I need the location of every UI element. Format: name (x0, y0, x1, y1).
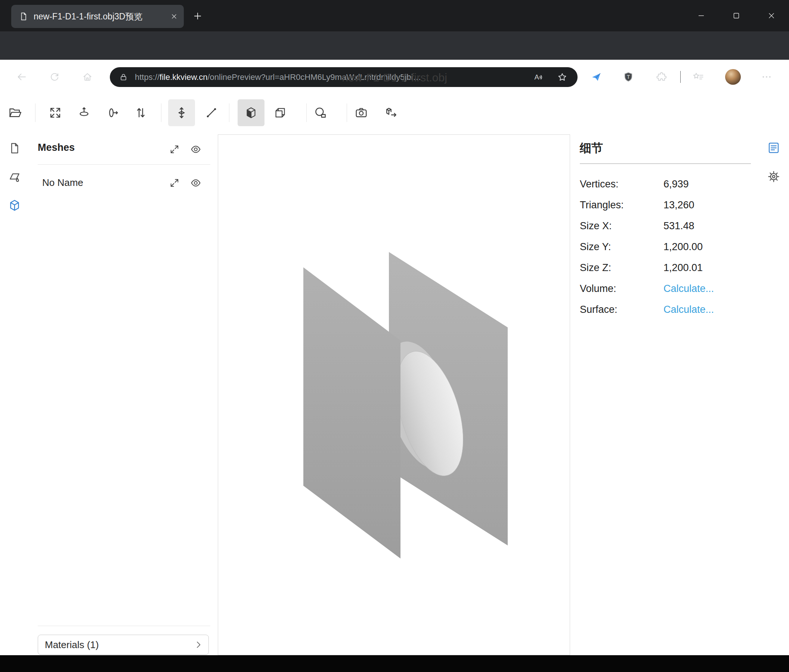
cube-half-shaded-icon (244, 106, 258, 120)
browser-tab-bar: new-F1-D1-1-first.obj3D预览 (0, 0, 789, 31)
box-wireframe-icon (273, 106, 287, 120)
toolbar-separator (229, 104, 229, 122)
detail-label: Surface: (580, 304, 663, 315)
window-minimize-button[interactable] (684, 0, 719, 31)
window-close-button[interactable] (754, 0, 789, 31)
export-model-button[interactable] (378, 99, 404, 126)
detail-label: Size Z: (580, 262, 663, 274)
toggle-mesh-visibility-button[interactable] (187, 175, 204, 191)
rotate-y-button[interactable] (70, 99, 97, 126)
detail-value: 6,939 (663, 178, 689, 190)
plus-icon (192, 11, 203, 21)
toolbar-separator (306, 104, 307, 122)
sidebar-tab-materials[interactable] (5, 167, 25, 187)
window-maximize-button[interactable] (719, 0, 754, 31)
eye-icon (190, 143, 202, 155)
detail-row-vertices: Vertices:6,939 (580, 174, 774, 194)
materials-button[interactable]: Materials (1) (38, 635, 209, 655)
calculate-volume-link[interactable]: Calculate... (663, 283, 714, 295)
mesh-list-item[interactable]: No Name (42, 177, 83, 188)
eye-icon (190, 177, 202, 189)
detail-row-volume: Volume:Calculate... (580, 278, 774, 299)
panel-divider (38, 626, 210, 626)
details-panel-header: 细节 (580, 140, 603, 156)
model-render (218, 135, 570, 655)
toggle-all-visibility-button[interactable] (187, 141, 204, 158)
detail-row-size-y: Size Y:1,200.00 (580, 236, 774, 257)
toolbar-separator (35, 104, 35, 122)
file-icon (8, 142, 21, 155)
material-sheet-icon (8, 170, 21, 184)
page-title: new-F1-D1-1-first.obj (0, 71, 789, 84)
camera-icon (354, 106, 368, 120)
open-file-icon (8, 106, 22, 120)
detail-value: 1,200.00 (663, 241, 703, 253)
rotate-y-icon (77, 106, 91, 120)
details-list-icon (767, 141, 780, 154)
move-tool-button[interactable] (168, 99, 195, 126)
shaded-view-button[interactable] (238, 99, 265, 126)
detail-value: 13,260 (663, 199, 695, 211)
fit-mesh-button[interactable] (166, 175, 183, 191)
chevron-right-icon (193, 640, 203, 650)
expand-arrows-icon (48, 106, 62, 120)
magnifier-icon (313, 106, 327, 120)
panel-divider (38, 164, 210, 165)
rotate-z-button[interactable] (99, 99, 126, 126)
settings-button[interactable] (763, 167, 784, 187)
fit-view-button[interactable] (42, 99, 69, 126)
line-tool-button[interactable] (198, 99, 225, 126)
detail-label: Triangles: (580, 199, 663, 211)
new-tab-button[interactable] (192, 10, 203, 22)
wireframe-view-button[interactable] (267, 99, 294, 126)
materials-label: Materials (1) (45, 639, 99, 651)
rotate-z-icon (105, 106, 120, 120)
detail-label: Vertices: (580, 178, 663, 190)
flip-vertical-button[interactable] (128, 99, 154, 126)
detail-value: 1,200.01 (663, 262, 703, 274)
maximize-icon (732, 11, 741, 20)
window-controls (684, 0, 789, 31)
detail-row-size-x: Size X:531.48 (580, 215, 774, 236)
meshes-panel-header: Meshes (38, 142, 75, 153)
details-divider (580, 164, 751, 164)
toolbar-separator (161, 104, 161, 122)
screenshot-button[interactable] (348, 99, 375, 126)
detail-row-surface: Surface:Calculate... (580, 299, 774, 320)
export-cube-icon (384, 106, 398, 120)
cube-3d-icon (8, 199, 21, 212)
window-bottom-bar (0, 655, 789, 672)
detail-label: Size Y: (580, 241, 663, 253)
viewport-3d[interactable] (218, 134, 570, 655)
sidebar-tab-model[interactable] (5, 195, 25, 215)
details-panel-toggle-button[interactable] (763, 138, 784, 158)
tab-document-icon (19, 11, 29, 21)
move-axis-icon (174, 106, 188, 120)
fit-arrows-icon (169, 177, 180, 188)
gear-icon (767, 170, 780, 183)
calculate-surface-link[interactable]: Calculate... (663, 304, 714, 315)
close-icon (767, 11, 776, 20)
line-tool-icon (204, 106, 219, 120)
fit-all-meshes-button[interactable] (166, 141, 183, 158)
toolbar-separator (347, 104, 347, 122)
sidebar-tab-file-info[interactable] (5, 138, 25, 158)
measure-button[interactable] (307, 99, 334, 126)
fit-arrows-icon (169, 144, 180, 155)
detail-label: Size X: (580, 220, 663, 232)
tab-title: new-F1-D1-1-first.obj3D预览 (34, 11, 170, 22)
detail-label: Volume: (580, 283, 663, 295)
detail-row-size-z: Size Z:1,200.01 (580, 257, 774, 278)
tab-close-icon[interactable] (170, 13, 178, 20)
browser-tab[interactable]: new-F1-D1-1-first.obj3D预览 (11, 5, 184, 28)
minimize-icon (697, 11, 706, 20)
detail-row-triangles: Triangles:13,260 (580, 194, 774, 215)
detail-value: 531.48 (663, 220, 695, 232)
flip-vertical-icon (134, 106, 148, 120)
browser-nav-bar: https://file.kkview.cn/onlinePreview?url… (0, 31, 789, 60)
plane-left (303, 267, 401, 559)
open-file-button[interactable] (2, 99, 29, 126)
